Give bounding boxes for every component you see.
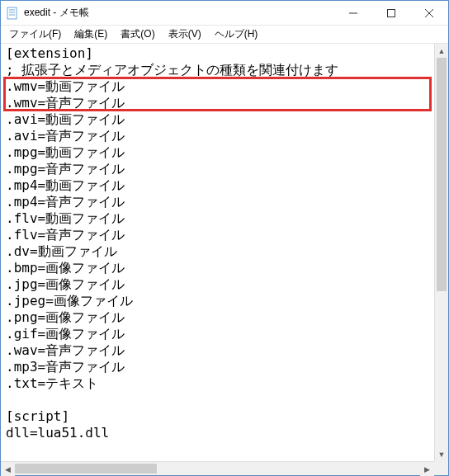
scrollbar-corner	[434, 461, 448, 475]
text-line: .mp4=音声ファイル	[6, 194, 431, 210]
text-line: .mpg=動画ファイル	[6, 144, 431, 161]
text-line: .jpg=画像ファイル	[6, 276, 431, 293]
text-line: [script]	[6, 408, 431, 425]
text-line: .flv=音声ファイル	[6, 227, 431, 243]
text-line: .mpg=音声ファイル	[6, 161, 431, 177]
horizontal-scrollbar[interactable]: ◀ ▶	[1, 461, 434, 475]
menu-view[interactable]: 表示(V)	[162, 26, 208, 43]
chevron-right-icon: ▶	[424, 465, 430, 474]
text-line: .bmp=画像ファイル	[6, 260, 431, 276]
menu-file[interactable]: ファイル(F)	[2, 26, 68, 43]
text-line: .avi=音声ファイル	[6, 128, 431, 144]
menu-format[interactable]: 書式(O)	[114, 26, 161, 43]
chevron-down-icon: ▼	[438, 450, 446, 459]
text-line: .wmv=音声ファイル	[6, 95, 431, 111]
chevron-left-icon: ◀	[5, 465, 11, 474]
text-line: [extension]	[6, 45, 431, 62]
text-line: .txt=テキスト	[6, 375, 431, 392]
text-line: .flv=動画ファイル	[6, 210, 431, 227]
text-line: .gif=画像ファイル	[6, 326, 431, 342]
text-line: .mp3=音声ファイル	[6, 359, 431, 375]
bottom-scroll-row: ◀ ▶	[1, 461, 448, 475]
text-line: .wav=音声ファイル	[6, 342, 431, 359]
text-line: ; 拡張子とメディアオブジェクトの種類を関連付けます	[6, 62, 431, 78]
text-line: .wmv=動画ファイル	[6, 78, 431, 95]
scroll-thumb-horizontal[interactable]	[15, 464, 157, 474]
window-controls	[334, 1, 448, 25]
menu-edit[interactable]: 編集(E)	[68, 26, 114, 43]
svg-rect-5	[388, 9, 395, 16]
scroll-up-button[interactable]: ▲	[435, 44, 448, 58]
menu-help[interactable]: ヘルプ(H)	[208, 26, 265, 43]
text-line	[6, 392, 431, 408]
text-line: .png=画像ファイル	[6, 309, 431, 326]
content-wrapper: [extension]; 拡張子とメディアオブジェクトの種類を関連付けます.wm…	[1, 44, 448, 461]
scroll-thumb-vertical[interactable]	[437, 58, 447, 291]
scroll-down-button[interactable]: ▼	[435, 447, 448, 461]
scroll-track-horizontal[interactable]	[15, 462, 420, 475]
scroll-left-button[interactable]: ◀	[1, 462, 15, 476]
text-line: .jpeg=画像ファイル	[6, 293, 431, 309]
notepad-window: exedit - メモ帳 ファイル(F) 編集(E) 書式(O) 表示(V) ヘ…	[0, 0, 449, 476]
close-button[interactable]	[410, 1, 448, 25]
scroll-right-button[interactable]: ▶	[420, 462, 434, 476]
menubar: ファイル(F) 編集(E) 書式(O) 表示(V) ヘルプ(H)	[1, 26, 448, 44]
maximize-button[interactable]	[372, 1, 410, 25]
window-title: exedit - メモ帳	[24, 6, 334, 20]
notepad-app-icon	[6, 7, 19, 20]
vertical-scrollbar[interactable]: ▲ ▼	[434, 44, 448, 461]
text-line: .avi=動画ファイル	[6, 111, 431, 128]
scroll-track-vertical[interactable]	[435, 58, 448, 447]
text-line: .mp4=動画ファイル	[6, 177, 431, 194]
text-line: dll=lua51.dll	[6, 425, 431, 441]
text-area[interactable]: [extension]; 拡張子とメディアオブジェクトの種類を関連付けます.wm…	[1, 44, 434, 461]
svg-rect-0	[7, 7, 17, 19]
chevron-up-icon: ▲	[438, 47, 446, 55]
titlebar[interactable]: exedit - メモ帳	[1, 1, 448, 26]
text-line: .dv=動画ファイル	[6, 243, 431, 260]
minimize-button[interactable]	[334, 1, 372, 25]
